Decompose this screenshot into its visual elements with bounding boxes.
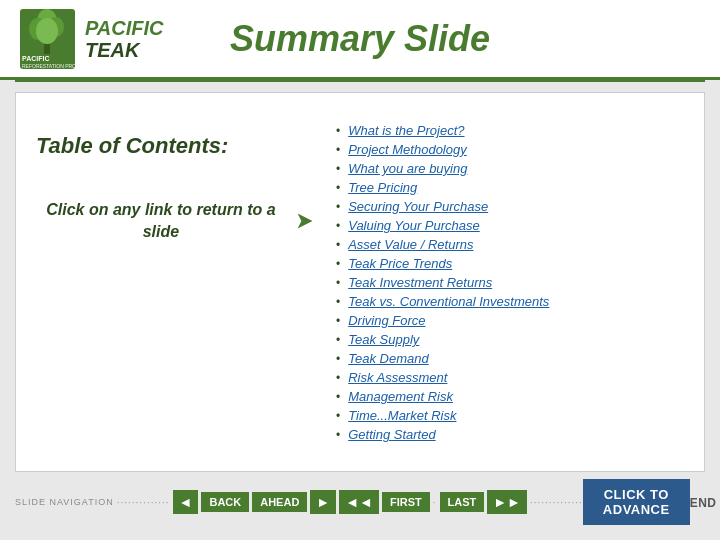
toc-item-valuing-purchase: •Valuing Your Purchase <box>336 218 684 233</box>
advance-button[interactable]: CLICK TO ADVANCE <box>583 479 690 525</box>
toc-link-getting-started[interactable]: Getting Started <box>348 427 435 442</box>
ahead-button[interactable]: ► <box>310 490 336 514</box>
toc-item-teak-supply: •Teak Supply <box>336 332 684 347</box>
toc-link-project-methodology[interactable]: Project Methodology <box>348 142 467 157</box>
toc-list: •What is the Project?•Project Methodolog… <box>336 123 684 446</box>
toc-link-teak-price-trends[interactable]: Teak Price Trends <box>348 256 452 271</box>
toc-item-teak-price-trends: •Teak Price Trends <box>336 256 684 271</box>
last-next-button[interactable]: ►► <box>487 490 527 514</box>
click-instruction: Click on any link to return to a slide <box>36 199 316 244</box>
svg-point-4 <box>36 18 58 44</box>
header: PACIFIC REFORESTATION PROJECT PACIFIC TE… <box>0 0 720 80</box>
separator <box>15 80 705 82</box>
logo-icon: PACIFIC REFORESTATION PROJECT <box>20 9 75 69</box>
toc-link-risk-assessment[interactable]: Risk Assessment <box>348 370 447 385</box>
toc-item-teak-investment-returns: •Teak Investment Returns <box>336 275 684 290</box>
main-content: Table of Contents: Click on any link to … <box>15 92 705 472</box>
toc-item-driving-force: •Driving Force <box>336 313 684 328</box>
toc-bullet: • <box>336 238 340 252</box>
toc-link-teak-supply[interactable]: Teak Supply <box>348 332 419 347</box>
toc-bullet: • <box>336 219 340 233</box>
logo-text: PACIFIC TEAK <box>85 17 164 61</box>
toc-item-what-buying: •What you are buying <box>336 161 684 176</box>
toc-bullet: • <box>336 333 340 347</box>
toc-bullet: • <box>336 181 340 195</box>
toc-link-asset-value[interactable]: Asset Value / Returns <box>348 237 473 252</box>
toc-link-tree-pricing[interactable]: Tree Pricing <box>348 180 417 195</box>
toc-bullet: • <box>336 143 340 157</box>
toc-item-management-risk: •Management Risk <box>336 389 684 404</box>
toc-item-risk-assessment: •Risk Assessment <box>336 370 684 385</box>
toc-link-valuing-purchase[interactable]: Valuing Your Purchase <box>348 218 480 233</box>
toc-title: Table of Contents: <box>36 133 316 159</box>
toc-item-asset-value: •Asset Value / Returns <box>336 237 684 252</box>
last-label-button[interactable]: LAST <box>440 492 485 512</box>
end-show-button[interactable]: END SHOW <box>690 496 720 510</box>
back-button[interactable]: ◄ <box>173 490 199 514</box>
svg-text:PACIFIC: PACIFIC <box>22 55 49 62</box>
footer-center: CLICK TO ADVANCE <box>583 479 690 525</box>
toc-link-driving-force[interactable]: Driving Force <box>348 313 425 328</box>
toc-item-time-market-risk: •Time...Market Risk <box>336 408 684 423</box>
footer-left-nav: SLIDE NAVIGATION ·············· ◄ BACK A… <box>15 490 583 514</box>
toc-link-time-market-risk[interactable]: Time...Market Risk <box>348 408 456 423</box>
toc-item-securing-purchase: •Securing Your Purchase <box>336 199 684 214</box>
toc-bullet: • <box>336 276 340 290</box>
toc-bullet: • <box>336 162 340 176</box>
toc-link-management-risk[interactable]: Management Risk <box>348 389 453 404</box>
right-panel: •What is the Project?•Project Methodolog… <box>336 113 684 451</box>
toc-item-teak-demand: •Teak Demand <box>336 351 684 366</box>
toc-item-getting-started: •Getting Started <box>336 427 684 442</box>
footer: SLIDE NAVIGATION ·············· ◄ BACK A… <box>0 482 720 522</box>
toc-link-securing-purchase[interactable]: Securing Your Purchase <box>348 199 488 214</box>
page-title: Summary Slide <box>220 18 700 60</box>
toc-bullet: • <box>336 124 340 138</box>
first-label-button[interactable]: FIRST <box>382 492 430 512</box>
toc-bullet: • <box>336 200 340 214</box>
toc-bullet: • <box>336 295 340 309</box>
back-label-button[interactable]: BACK <box>201 492 249 512</box>
left-panel: Table of Contents: Click on any link to … <box>36 113 316 451</box>
toc-item-what-is-project: •What is the Project? <box>336 123 684 138</box>
svg-marker-8 <box>298 214 313 229</box>
toc-item-teak-vs-conventional: •Teak vs. Conventional Investments <box>336 294 684 309</box>
toc-bullet: • <box>336 428 340 442</box>
toc-bullet: • <box>336 371 340 385</box>
slide-nav-label: SLIDE NAVIGATION <box>15 497 114 507</box>
toc-bullet: • <box>336 314 340 328</box>
first-prev-button[interactable]: ◄◄ <box>339 490 379 514</box>
toc-bullet: • <box>336 390 340 404</box>
arrow-icon <box>294 209 316 233</box>
toc-item-project-methodology: •Project Methodology <box>336 142 684 157</box>
toc-link-what-is-project[interactable]: What is the Project? <box>348 123 464 138</box>
toc-link-teak-demand[interactable]: Teak Demand <box>348 351 428 366</box>
footer-right: END SHOW <box>690 493 720 511</box>
svg-rect-5 <box>44 44 50 54</box>
toc-link-what-buying[interactable]: What you are buying <box>348 161 467 176</box>
logo-area: PACIFIC REFORESTATION PROJECT PACIFIC TE… <box>20 9 220 69</box>
svg-text:REFORESTATION PROJECT: REFORESTATION PROJECT <box>22 63 75 69</box>
ahead-label-button[interactable]: AHEAD <box>252 492 307 512</box>
toc-item-tree-pricing: •Tree Pricing <box>336 180 684 195</box>
toc-bullet: • <box>336 409 340 423</box>
toc-link-teak-investment-returns[interactable]: Teak Investment Returns <box>348 275 492 290</box>
toc-bullet: • <box>336 257 340 271</box>
toc-link-teak-vs-conventional[interactable]: Teak vs. Conventional Investments <box>348 294 549 309</box>
toc-bullet: • <box>336 352 340 366</box>
